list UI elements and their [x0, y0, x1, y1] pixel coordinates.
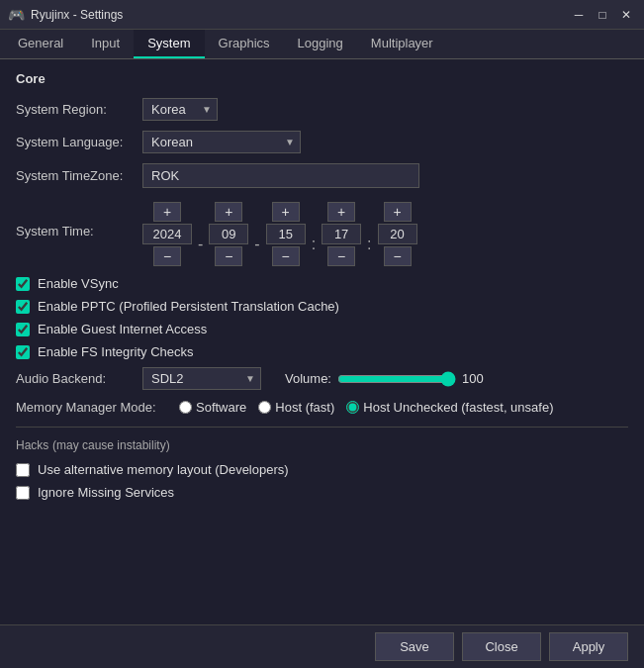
alt-memory-row: Use alternative memory layout (Developer… [16, 462, 628, 477]
system-timezone-label: System TimeZone: [16, 168, 135, 183]
title-bar: 🎮 Ryujinx - Settings ─ □ ✕ [0, 0, 644, 30]
core-section-title: Core [16, 71, 628, 86]
hour-decrement-button[interactable]: − [327, 246, 355, 266]
time-controls: + − - + − - + − : [142, 202, 417, 266]
vsync-row: Enable VSync [16, 276, 628, 291]
save-button[interactable]: Save [375, 632, 454, 661]
audio-backend-select[interactable]: SDL2 OpenAL SoundIO Dummy [142, 367, 261, 390]
software-option: Software [179, 400, 246, 415]
bottom-bar: Save Close Apply [0, 624, 644, 668]
system-language-label: System Language: [16, 135, 135, 149]
system-region-row: System Region: Korea USA Europe Japan ▼ [16, 98, 628, 121]
day-input[interactable] [266, 224, 306, 244]
year-input[interactable] [142, 224, 192, 244]
window-title: Ryujinx - Settings [31, 8, 123, 22]
year-increment-button[interactable]: + [153, 202, 181, 222]
volume-section: Volume: 100 [285, 371, 484, 387]
minute-decrement-button[interactable]: − [384, 246, 412, 266]
memory-radio-group: Software Host (fast) Host Unchecked (fas… [179, 400, 553, 415]
pptc-row: Enable PPTC (Profiled Persistent Transla… [16, 299, 628, 314]
day-decrement-button[interactable]: − [272, 246, 300, 266]
minute-increment-button[interactable]: + [384, 202, 412, 222]
day-field: + − [266, 202, 306, 266]
fs-integrity-checkbox[interactable] [16, 345, 30, 359]
pptc-checkbox[interactable] [16, 300, 30, 314]
tab-logging[interactable]: Logging [284, 30, 357, 58]
host-unchecked-option: Host Unchecked (fastest, unsafe) [346, 400, 553, 415]
system-language-select[interactable]: Korean English Japanese [142, 131, 301, 153]
section-divider [16, 427, 628, 428]
tab-graphics[interactable]: Graphics [205, 30, 284, 58]
volume-value: 100 [462, 371, 484, 386]
minute-field: + − [378, 202, 417, 266]
vsync-label[interactable]: Enable VSync [38, 276, 119, 291]
guest-internet-checkbox[interactable] [16, 323, 30, 336]
software-label[interactable]: Software [196, 400, 246, 415]
window-controls: ─ □ ✕ [569, 5, 636, 25]
host-fast-label[interactable]: Host (fast) [275, 400, 334, 415]
ignore-services-row: Ignore Missing Services [16, 485, 628, 500]
hour-increment-button[interactable]: + [327, 202, 355, 222]
fs-integrity-row: Enable FS Integrity Checks [16, 344, 628, 359]
close-button[interactable]: Close [462, 632, 541, 661]
audio-row: Audio Backend: SDL2 OpenAL SoundIO Dummy… [16, 367, 628, 390]
time-sep-3: : [310, 236, 318, 253]
guest-internet-label[interactable]: Enable Guest Internet Access [38, 322, 207, 336]
close-window-button[interactable]: ✕ [616, 5, 636, 25]
month-increment-button[interactable]: + [215, 202, 242, 222]
hacks-section-title: Hacks (may cause instability) [16, 437, 628, 452]
hour-input[interactable] [322, 224, 361, 244]
ignore-services-label[interactable]: Ignore Missing Services [38, 485, 174, 500]
host-unchecked-radio[interactable] [346, 401, 359, 414]
settings-content: Core System Region: Korea USA Europe Jap… [0, 59, 644, 666]
time-sep-2: - [252, 236, 261, 253]
system-language-wrapper: Korean English Japanese ▼ [142, 131, 301, 153]
month-field: + − [209, 202, 248, 266]
system-timezone-input[interactable]: ROK [142, 163, 419, 188]
minimize-button[interactable]: ─ [569, 5, 589, 25]
audio-backend-wrapper: SDL2 OpenAL SoundIO Dummy ▼ [142, 367, 261, 390]
ignore-services-checkbox[interactable] [16, 486, 30, 500]
hour-field: + − [322, 202, 361, 266]
maximize-button[interactable]: □ [593, 5, 612, 25]
alt-memory-label[interactable]: Use alternative memory layout (Developer… [38, 462, 289, 477]
guest-internet-row: Enable Guest Internet Access [16, 322, 628, 336]
tab-input[interactable]: Input [77, 30, 134, 58]
month-decrement-button[interactable]: − [215, 246, 242, 266]
time-sep-4: : [365, 236, 373, 253]
memory-manager-label: Memory Manager Mode: [16, 400, 169, 415]
host-fast-radio[interactable] [258, 401, 271, 414]
app-icon: 🎮 [8, 7, 25, 23]
host-fast-option: Host (fast) [258, 400, 334, 415]
system-language-row: System Language: Korean English Japanese… [16, 131, 628, 153]
tab-general[interactable]: General [4, 30, 77, 58]
year-field: + − [142, 202, 192, 266]
system-region-select[interactable]: Korea USA Europe Japan [142, 98, 218, 121]
volume-slider[interactable] [337, 371, 456, 387]
month-input[interactable] [209, 224, 248, 244]
tab-bar: General Input System Graphics Logging Mu… [0, 30, 644, 59]
system-region-label: System Region: [16, 102, 135, 117]
system-timezone-row: System TimeZone: ROK [16, 163, 628, 188]
alt-memory-checkbox[interactable] [16, 463, 30, 477]
tab-system[interactable]: System [134, 30, 204, 58]
system-time-label: System Time: [16, 224, 135, 239]
software-radio[interactable] [179, 401, 192, 414]
fs-integrity-label[interactable]: Enable FS Integrity Checks [38, 344, 194, 359]
tab-multiplayer[interactable]: Multiplayer [357, 30, 447, 58]
year-decrement-button[interactable]: − [153, 246, 181, 266]
system-time-row: System Time: + − - + − - + [16, 198, 628, 266]
host-unchecked-label[interactable]: Host Unchecked (fastest, unsafe) [363, 400, 553, 415]
minute-input[interactable] [378, 224, 417, 244]
day-increment-button[interactable]: + [272, 202, 300, 222]
apply-button[interactable]: Apply [549, 632, 628, 661]
volume-label: Volume: [285, 371, 331, 386]
time-sep-1: - [196, 236, 205, 253]
audio-backend-label: Audio Backend: [16, 371, 135, 386]
memory-manager-row: Memory Manager Mode: Software Host (fast… [16, 400, 628, 415]
system-region-wrapper: Korea USA Europe Japan ▼ [142, 98, 218, 121]
pptc-label[interactable]: Enable PPTC (Profiled Persistent Transla… [38, 299, 339, 314]
vsync-checkbox[interactable] [16, 277, 30, 291]
